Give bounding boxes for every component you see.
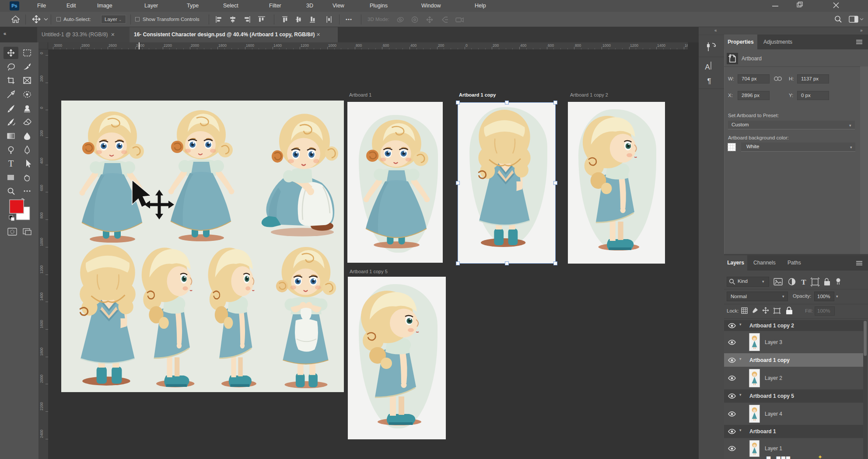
svg-text:¶: ¶ bbox=[707, 77, 711, 85]
svg-text:T: T bbox=[8, 159, 14, 168]
svg-text:T: T bbox=[801, 278, 806, 286]
svg-text:A: A bbox=[705, 63, 710, 71]
